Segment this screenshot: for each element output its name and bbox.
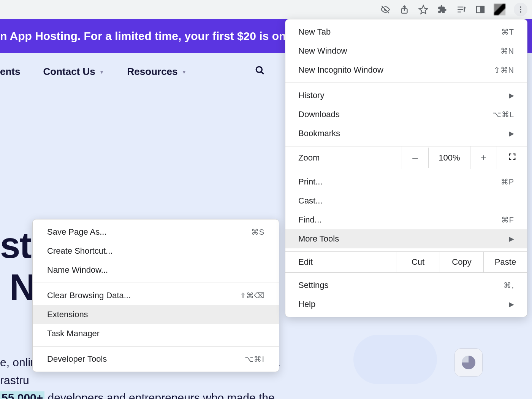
svg-point-6 (256, 67, 262, 72)
kebab-menu-icon[interactable] (514, 3, 527, 16)
menu-find[interactable]: Find...⌘F (285, 210, 527, 229)
zoom-value: 100% (428, 148, 470, 168)
music-list-icon[interactable] (456, 4, 467, 15)
menu-history[interactable]: History▶ (285, 86, 527, 105)
zoom-label: Zoom (285, 148, 402, 168)
submenu-create-shortcut[interactable]: Create Shortcut... (33, 242, 279, 261)
chrome-main-menu: New Tab⌘T New Window⌘N New Incognito Win… (285, 19, 527, 317)
more-tools-submenu: Save Page As...⌘S Create Shortcut... Nam… (32, 219, 279, 372)
share-icon[interactable] (399, 4, 410, 15)
svg-point-4 (520, 9, 521, 10)
highlight-count: 55,000+ (0, 391, 44, 399)
submenu-extensions[interactable]: Extensions (33, 305, 279, 324)
svg-rect-2 (481, 6, 484, 13)
chevron-right-icon: ▶ (509, 91, 514, 100)
shortcut: ⌘P (501, 177, 514, 186)
chevron-right-icon: ▶ (509, 300, 514, 308)
shortcut: ⌥⌘I (245, 354, 264, 364)
menu-print[interactable]: Print...⌘P (285, 172, 527, 191)
menu-new-window[interactable]: New Window⌘N (285, 41, 527, 60)
floating-button[interactable] (454, 348, 483, 377)
menu-bookmarks[interactable]: Bookmarks▶ (285, 124, 527, 143)
menu-edit-row: Edit Cut Copy Paste (285, 251, 527, 273)
chevron-right-icon: ▶ (509, 235, 514, 243)
search-icon[interactable] (255, 65, 265, 78)
menu-incognito[interactable]: New Incognito Window⇧⌘N (285, 60, 527, 79)
menu-settings[interactable]: Settings⌘, (285, 276, 527, 295)
nav-item-resources[interactable]: Resources▼ (127, 66, 187, 78)
chevron-down-icon: ▼ (99, 69, 104, 75)
menu-downloads[interactable]: Downloads⌥⌘L (285, 105, 527, 124)
pie-icon (462, 356, 475, 369)
star-icon[interactable] (418, 4, 429, 15)
shortcut: ⌘N (500, 46, 514, 56)
fullscreen-button[interactable] (497, 146, 527, 169)
shortcut: ⇧⌘⌫ (240, 291, 264, 300)
menu-zoom-row: Zoom – 100% + (285, 146, 527, 169)
nav-item-contact[interactable]: Contact Us▼ (43, 66, 104, 78)
chevron-right-icon: ▶ (509, 129, 514, 138)
submenu-name-window[interactable]: Name Window... (33, 261, 279, 280)
menu-more-tools[interactable]: More Tools▶ (285, 229, 527, 248)
avatar[interactable] (494, 4, 505, 15)
shortcut: ⌘S (251, 227, 264, 237)
submenu-save-page[interactable]: Save Page As...⌘S (33, 223, 279, 242)
cloud-decoration (353, 335, 437, 384)
shortcut: ⌘T (501, 27, 514, 37)
extensions-icon[interactable] (437, 4, 448, 15)
shortcut: ⌘, (504, 281, 514, 290)
shortcut: ⌥⌘L (492, 110, 514, 119)
edit-paste[interactable]: Paste (483, 252, 527, 272)
shortcut: ⇧⌘N (494, 65, 514, 75)
svg-point-5 (520, 11, 521, 13)
menu-new-tab[interactable]: New Tab⌘T (285, 22, 527, 41)
zoom-out-button[interactable]: – (402, 146, 428, 169)
shortcut: ⌘F (501, 215, 514, 224)
nav-item-partial[interactable]: ents (0, 66, 20, 78)
edit-cut[interactable]: Cut (396, 252, 440, 272)
submenu-clear-data[interactable]: Clear Browsing Data... ⇧⌘⌫ (33, 286, 279, 305)
submenu-developer-tools[interactable]: Developer Tools⌥⌘I (33, 350, 279, 369)
sidebar-icon[interactable] (475, 4, 486, 15)
menu-cast[interactable]: Cast... (285, 191, 527, 210)
edit-copy[interactable]: Copy (440, 252, 483, 272)
eye-off-icon[interactable] (380, 4, 391, 15)
zoom-in-button[interactable]: + (470, 146, 497, 169)
menu-help[interactable]: Help▶ (285, 295, 527, 314)
submenu-task-manager[interactable]: Task Manager (33, 324, 279, 343)
browser-toolbar (0, 0, 532, 19)
edit-label: Edit (285, 252, 396, 272)
chevron-down-icon: ▼ (182, 69, 187, 75)
svg-point-3 (520, 6, 521, 8)
